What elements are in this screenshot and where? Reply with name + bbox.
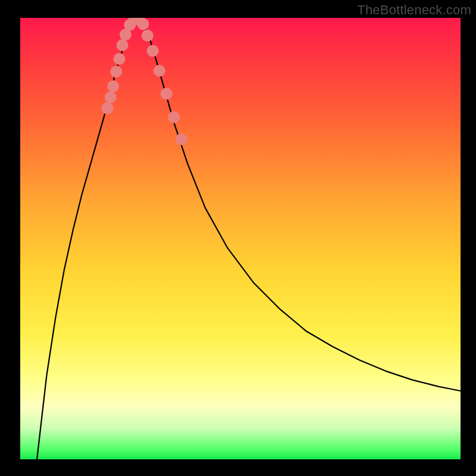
chart-marker (105, 92, 117, 104)
chart-plot-area (20, 18, 461, 459)
chart-svg (20, 18, 461, 459)
chart-marker (168, 111, 180, 123)
chart-marker (161, 88, 173, 100)
chart-marker (102, 102, 114, 114)
chart-marker (147, 45, 159, 57)
chart-marker (154, 65, 165, 77)
chart-marker (117, 39, 129, 51)
chart-frame: TheBottleneck.com (0, 0, 476, 476)
chart-marker (110, 66, 122, 78)
chart-marker (142, 30, 154, 42)
chart-marker (114, 53, 126, 65)
watermark-text: TheBottleneck.com (357, 2, 471, 18)
chart-marker (137, 18, 149, 30)
chart-curve (37, 19, 461, 459)
chart-marker (176, 133, 187, 145)
chart-marker (107, 80, 119, 92)
